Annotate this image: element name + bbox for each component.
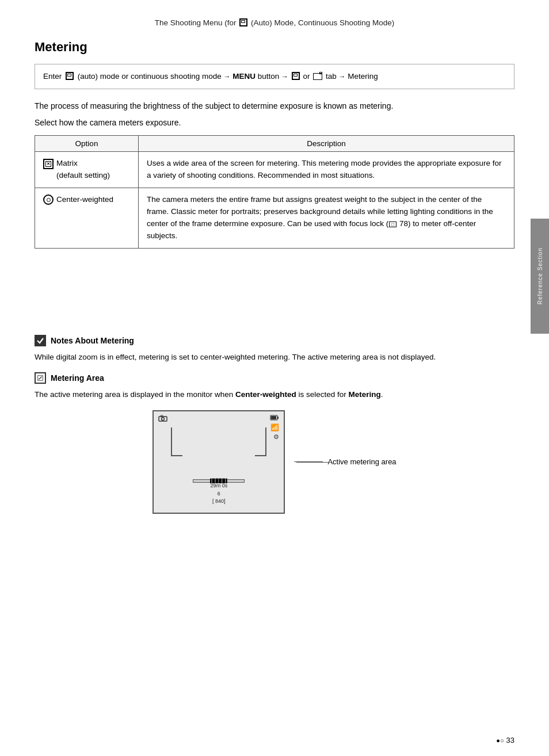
option-center-weighted: Center-weighted — [35, 188, 139, 248]
matrix-description: Uses a wide area of the screen for meter… — [139, 151, 514, 188]
reference-text: Reference Section — [537, 247, 543, 304]
shots-value: [ 840] — [211, 498, 228, 506]
camera-screen-container: 📶 ⚙ ▐████▌ 29m 0s 6 — [35, 410, 514, 514]
pencil-icon — [35, 372, 46, 384]
metering-area-body: The active metering area is displayed in… — [35, 388, 514, 401]
table-row: ✕ Matrix (default setting) Uses a wide a… — [35, 151, 514, 188]
table-col1: Option — [35, 135, 139, 151]
connector-line — [296, 462, 331, 463]
svg-point-3 — [162, 417, 165, 420]
svg-rect-4 — [161, 415, 163, 417]
bracket-right — [255, 427, 266, 456]
pencil-svg — [37, 375, 44, 381]
shutter-value: 29m 0s — [211, 482, 228, 490]
notes-header: Notes About Metering — [35, 335, 514, 346]
option-matrix: ✕ Matrix (default setting) — [35, 151, 139, 188]
page-container: The Shooting Menu (for (Auto) Mode, Cont… — [0, 0, 549, 756]
settings-icon: ⚙ — [273, 433, 279, 441]
screen-bottom-info: 29m 0s 6 [ 840] — [211, 482, 228, 506]
iso-value: 6 — [211, 490, 228, 498]
metering-bold: Metering — [349, 390, 381, 399]
label-connector — [296, 462, 331, 463]
center-weighted-label: Center-weighted — [56, 194, 113, 206]
page-footer: ●○ 33 — [496, 736, 514, 744]
center-weighted-icon — [43, 194, 54, 205]
page-number: 33 — [506, 736, 514, 744]
matrix-icon: ✕ — [43, 159, 54, 169]
header-text: The Shooting Menu (for (Auto) Mode, Cont… — [155, 18, 395, 27]
footer-icon1: ●○ — [496, 737, 504, 744]
notes-body: While digital zoom is in effect, meterin… — [35, 351, 514, 364]
book-icon: □ — [389, 222, 396, 227]
screen-wrapper: 📶 ⚙ ▐████▌ 29m 0s 6 — [152, 410, 285, 514]
screen-camera-icon — [158, 415, 167, 423]
options-table: Option Description ✕ Matrix (default set… — [35, 135, 514, 249]
matrix-label: Matrix — [56, 159, 78, 167]
metering-area-title: Metering Area — [51, 373, 104, 383]
table-col2: Description — [139, 135, 514, 151]
center-weighted-bold: Center-weighted — [235, 390, 296, 399]
bracket-left — [171, 427, 182, 456]
center-weighted-description: The camera meters the entire frame but a… — [139, 188, 514, 248]
svg-rect-6 — [277, 417, 279, 419]
page-header: The Shooting Menu (for (Auto) Mode, Cont… — [35, 17, 514, 27]
screen-top-icons: 📶 ⚙ — [270, 415, 279, 441]
select-text: Select how the camera meters exposure. — [35, 118, 514, 127]
svg-line-1 — [39, 377, 41, 380]
checkmark-icon — [36, 337, 44, 345]
camera-screen: 📶 ⚙ ▐████▌ 29m 0s 6 — [152, 410, 285, 514]
page-title: Metering — [35, 40, 514, 55]
instruction-box: Enter (auto) mode or continuous shooting… — [35, 64, 514, 89]
notes-title: Notes About Metering — [51, 336, 134, 345]
wifi-icon: 📶 — [270, 423, 279, 432]
matrix-sub: (default setting) — [56, 171, 110, 180]
focus-brackets — [171, 427, 266, 474]
active-metering-label: Active metering area — [327, 457, 396, 466]
notes-section: Notes About Metering While digital zoom … — [35, 335, 514, 364]
table-row: Center-weighted The camera meters the en… — [35, 188, 514, 248]
battery-icon — [270, 415, 279, 422]
svg-rect-7 — [271, 416, 276, 419]
notes-icon — [35, 335, 46, 346]
metering-area-section: Metering Area The active metering area i… — [35, 372, 514, 514]
reference-sidebar: Reference Section — [531, 219, 549, 334]
description-line1: The process of measuring the brightness … — [35, 100, 514, 112]
spacer — [35, 266, 514, 335]
metering-area-header: Metering Area — [35, 372, 514, 384]
